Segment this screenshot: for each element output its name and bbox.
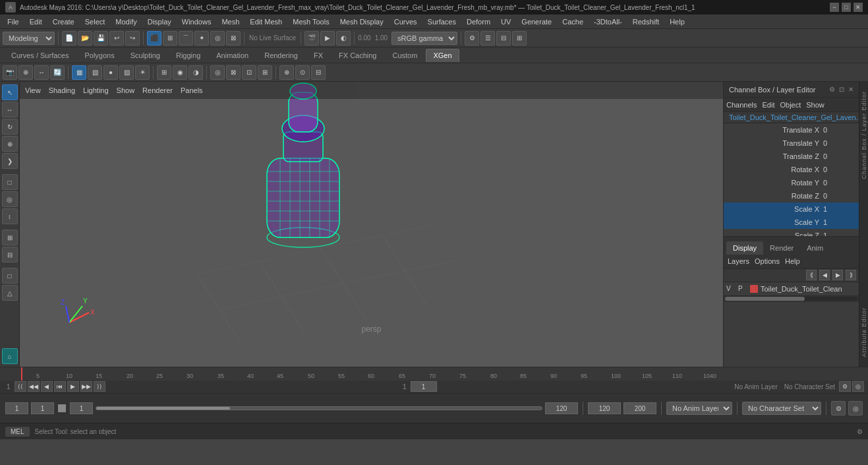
char-set-select[interactable]: No Character Set: [742, 402, 821, 415]
tab-rendering[interactable]: Rendering: [257, 49, 305, 62]
soft-select[interactable]: □: [2, 174, 18, 190]
pan-zoom-btn[interactable]: ⊞: [258, 65, 272, 80]
scale-tool[interactable]: ⊕: [2, 136, 18, 152]
menu-create[interactable]: Create: [48, 16, 79, 27]
render-btn[interactable]: ▶: [320, 31, 335, 46]
tab-polygons[interactable]: Polygons: [77, 49, 121, 62]
timeline-ruler[interactable]: 5 10 15 20 25 30 35 40 45 50 55 60 65 70…: [0, 367, 868, 381]
prev-frame-btn[interactable]: ◀: [41, 381, 53, 392]
move-tool[interactable]: ↔: [2, 102, 18, 117]
gamma-select[interactable]: sRGB gamma: [391, 32, 457, 45]
layer-v-toggle[interactable]: V: [726, 285, 736, 292]
menu-3dto[interactable]: -3DtoAll-: [589, 16, 627, 27]
shading-texture-btn[interactable]: ▨: [119, 65, 134, 80]
shading-smooth-btn[interactable]: ●: [103, 65, 118, 80]
isolate-btn[interactable]: ◎: [210, 65, 225, 80]
current-frame-input[interactable]: 1: [411, 381, 437, 392]
menu-modify[interactable]: Modify: [111, 16, 141, 27]
ui-toggle-btn[interactable]: ☰: [480, 31, 495, 46]
layer-scrollbar[interactable]: [724, 295, 859, 302]
tab-custom[interactable]: Custom: [386, 49, 425, 62]
panel-close-icon[interactable]: ✕: [848, 86, 854, 93]
snap-to-curve-btn[interactable]: ⌒: [179, 31, 193, 46]
channel-rx-value[interactable]: 0: [823, 166, 856, 173]
paint-ops[interactable]: ↕: [2, 208, 18, 224]
frame-current-input[interactable]: [31, 402, 54, 414]
anim-settings-btn[interactable]: ⚙: [831, 401, 846, 416]
tab-fx[interactable]: FX: [306, 49, 330, 62]
new-file-btn[interactable]: 📄: [62, 31, 76, 46]
tab-rigging[interactable]: Rigging: [169, 49, 208, 62]
menu-select[interactable]: Select: [80, 16, 110, 27]
channel-tx-value[interactable]: 0: [823, 126, 856, 134]
shading-solid-btn[interactable]: ▧: [88, 65, 102, 80]
range-end-input-left[interactable]: [70, 402, 93, 414]
snap-view-btn[interactable]: ⊠: [226, 31, 241, 46]
tab-sculpting[interactable]: Sculpting: [123, 49, 167, 62]
next-frame-btn[interactable]: ▶▶: [80, 381, 92, 392]
viewport-menu-show[interactable]: Show: [117, 86, 135, 94]
lasso[interactable]: ◎: [2, 191, 18, 207]
cb-channels-menu[interactable]: Channels: [726, 101, 757, 109]
open-file-btn[interactable]: 📂: [78, 31, 92, 46]
menu-surfaces[interactable]: Surfaces: [423, 16, 461, 27]
channel-rz-value[interactable]: 0: [823, 192, 856, 200]
viewport-menu-view[interactable]: View: [25, 86, 41, 94]
viewport-menu-shading[interactable]: Shading: [49, 86, 75, 94]
ipr-btn[interactable]: ◐: [336, 31, 351, 46]
shading-light-btn[interactable]: ☀: [135, 65, 150, 80]
anim-options-btn[interactable]: ◎: [852, 381, 864, 392]
range-start-input[interactable]: [5, 402, 28, 414]
snap-mode[interactable]: □: [2, 268, 18, 284]
menu-cache[interactable]: Cache: [558, 16, 588, 27]
attr-editor-strip[interactable]: Channel Box / Layer Editor Attribute Edi…: [859, 82, 868, 367]
show-manipulator[interactable]: ⊞: [2, 230, 18, 245]
xray-btn[interactable]: ⊕: [279, 65, 294, 80]
snap-to-point-btn[interactable]: ✦: [194, 31, 209, 46]
camera-btn[interactable]: 📷: [3, 65, 17, 80]
cb-show-menu[interactable]: Show: [806, 101, 825, 109]
channel-tz-value[interactable]: 0: [823, 152, 856, 160]
track-btn[interactable]: ⊕: [18, 65, 33, 80]
char-set-btn[interactable]: ⚙: [839, 381, 851, 392]
hide-manip[interactable]: ⊟: [2, 247, 18, 263]
goto-start-btn[interactable]: ⟨⟨: [14, 381, 26, 392]
menu-edit[interactable]: Edit: [25, 16, 47, 27]
layer-nav-prev[interactable]: ◀: [819, 270, 830, 280]
menu-display[interactable]: Display: [143, 16, 176, 27]
play-btn[interactable]: ▶: [67, 381, 79, 392]
panel-float-icon[interactable]: ⊡: [839, 86, 844, 93]
channel-ry-value[interactable]: 0: [823, 179, 856, 187]
layer-color-swatch[interactable]: [750, 285, 758, 293]
layer-menu-options[interactable]: Options: [755, 257, 780, 265]
undo-btn[interactable]: ↩: [109, 31, 124, 46]
menu-mesh-display[interactable]: Mesh Display: [335, 16, 388, 27]
menu-mesh[interactable]: Mesh: [217, 16, 244, 27]
anim-layer-select[interactable]: No Anim Layer: [666, 402, 732, 415]
channel-sx-value[interactable]: 1: [823, 205, 856, 213]
layer-menu-layers[interactable]: Layers: [728, 257, 749, 265]
settings-btn[interactable]: ⚙: [465, 31, 479, 46]
select-all-btn[interactable]: ⊠: [226, 65, 241, 80]
save-file-btn[interactable]: 💾: [94, 31, 108, 46]
scroll-track[interactable]: [725, 297, 857, 301]
panel-settings-icon[interactable]: ⚙: [829, 86, 835, 93]
dolly-btn[interactable]: ↔: [34, 65, 49, 80]
viewport[interactable]: View Shading Lighting Show Renderer Pane…: [20, 82, 723, 367]
shadows-btn[interactable]: ◑: [188, 65, 203, 80]
cb-tab-anim[interactable]: Anim: [800, 241, 830, 255]
script-mode-label[interactable]: MEL: [5, 427, 30, 437]
menu-windows[interactable]: Windows: [177, 16, 216, 27]
last-tool[interactable]: ❯: [2, 153, 18, 169]
menu-redshift[interactable]: Redshift: [628, 16, 664, 27]
fullscreen-btn[interactable]: ⊞: [512, 31, 527, 46]
fps-display-2[interactable]: [623, 402, 656, 414]
layer-nav-end[interactable]: ⟫: [846, 270, 856, 280]
tab-animation[interactable]: Animation: [209, 49, 256, 62]
joints-btn[interactable]: ⊙: [295, 65, 310, 80]
cb-object-menu[interactable]: Object: [780, 101, 801, 109]
menu-file[interactable]: File: [3, 16, 24, 27]
goto-end-btn[interactable]: ⟩⟩: [94, 381, 105, 392]
maximize-button[interactable]: □: [842, 3, 851, 12]
scroll-thumb[interactable]: [725, 297, 805, 301]
